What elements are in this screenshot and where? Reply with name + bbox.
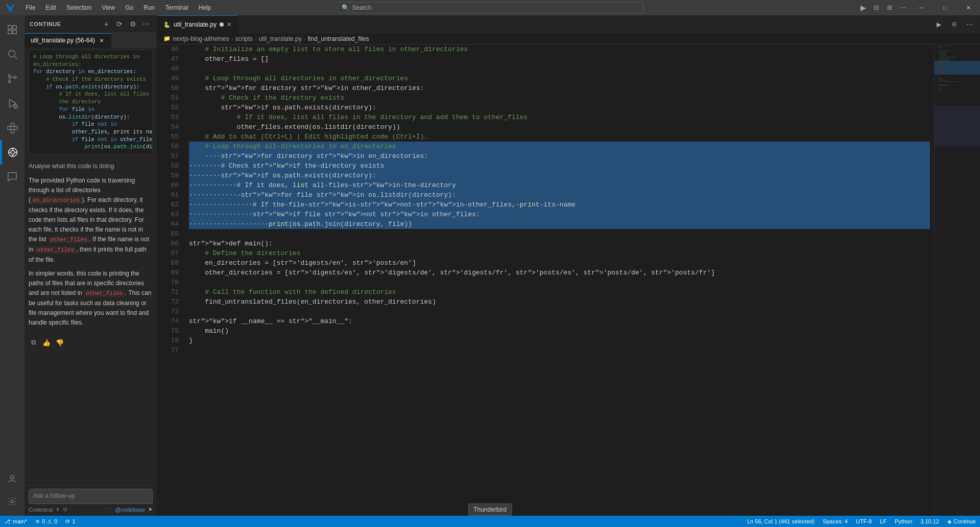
run-button[interactable]: ▶ — [856, 1, 870, 14]
code-line-65[interactable] — [189, 229, 930, 239]
code-line-69[interactable]: other_directories = [str">'digests/es', … — [189, 268, 930, 278]
copy-icon[interactable]: ⧉ — [29, 338, 38, 347]
activity-bar — [0, 15, 25, 516]
code-line-47[interactable]: other_files = [] — [189, 54, 930, 64]
status-language[interactable]: Python — [891, 516, 916, 527]
thumbs-up-icon[interactable]: 👍 — [42, 338, 51, 347]
svg-rect-15 — [14, 126, 17, 129]
code-line-51[interactable]: # Check if the directory exists — [189, 93, 930, 103]
line-number-55: 55 — [157, 132, 179, 142]
send-icon[interactable]: ➤ — [148, 506, 153, 513]
thumbs-down-icon[interactable]: 👎 — [55, 338, 64, 347]
activity-settings[interactable] — [0, 491, 25, 512]
activity-accounts[interactable] — [0, 469, 25, 489]
menu-file[interactable]: File — [20, 0, 40, 15]
chat-input[interactable]: Ask a follow-up — [29, 489, 153, 504]
more-actions-btn[interactable]: ⋯ — [896, 1, 910, 14]
code-line-77[interactable] — [189, 346, 930, 355]
chat-tab-active[interactable]: util_translate.py (56-64) ✕ — [25, 33, 111, 48]
menu-edit[interactable]: Edit — [40, 0, 61, 15]
status-branch[interactable]: ⎇ main* — [0, 516, 31, 527]
customize-layout-btn[interactable]: ⊞ — [883, 1, 896, 14]
more-btn[interactable]: ⋯ — [140, 18, 152, 30]
model-selector[interactable]: Codestral — [29, 507, 53, 513]
activity-chat[interactable] — [0, 165, 25, 189]
status-errors[interactable]: ✕ 0 ⚠ 0 — [31, 516, 61, 527]
line-number-75: 75 — [157, 326, 179, 336]
new-session-btn[interactable]: + — [101, 18, 112, 30]
code-line-55[interactable]: # Add to chat (Ctrl+L) | Edit highlighte… — [189, 132, 930, 142]
menu-terminal[interactable]: Terminal — [160, 0, 193, 15]
more-editor-actions[interactable]: ⋯ — [963, 18, 976, 31]
split-editor-right-btn[interactable]: ⊟ — [947, 18, 961, 31]
encoding-text: UTF-8 — [856, 518, 872, 524]
code-line-52[interactable]: str">"kw">if os.path.exists(directory): — [189, 103, 930, 112]
editor-tab-active[interactable]: 🐍 util_translate.py ✕ — [157, 15, 238, 33]
code-line-64[interactable]: ····················print(os.path.join(d… — [189, 219, 930, 229]
code-line-72[interactable]: find_untranslated_files(en_directories, … — [189, 297, 930, 307]
minimize-btn[interactable]: ─ — [910, 0, 933, 15]
menu-selection[interactable]: Selection — [61, 0, 97, 15]
code-line-59[interactable]: ········str">"kw">if os.path.exists(dire… — [189, 171, 930, 180]
code-line-60[interactable]: ············# If it does, list all-files… — [189, 180, 930, 190]
tab-close-btn[interactable]: ✕ — [227, 21, 232, 28]
warning-icon: ⚠ — [47, 518, 52, 525]
status-encoding[interactable]: UTF-8 — [852, 516, 876, 527]
code-line-57[interactable]: ····str">"kw">for directory str">"kw">in… — [189, 151, 930, 161]
chat-tab-close[interactable]: ✕ — [98, 37, 105, 44]
code-line-71[interactable]: # Call the function with the defined dir… — [189, 287, 930, 297]
code-line-67[interactable]: # Define the directories — [189, 248, 930, 258]
code-line-49[interactable]: # Loop through all directories in other_… — [189, 74, 930, 83]
code-body[interactable]: # Initialize an empty list to store all … — [183, 44, 934, 516]
chat-content[interactable]: Analyse what this code is doing The prov… — [25, 156, 157, 485]
configure-btn[interactable]: ⚙ — [127, 18, 138, 30]
code-line-54[interactable]: other_files.extend(os.listdir(directory)… — [189, 122, 930, 132]
chat-tab-bar: util_translate.py (56-64) ✕ — [25, 33, 157, 48]
activity-source-control[interactable] — [0, 66, 25, 91]
search-bar[interactable]: 🔍 Search — [337, 2, 643, 13]
code-line-63[interactable]: ················str">"kw">if file str">"… — [189, 210, 930, 219]
history-btn[interactable]: ⟳ — [114, 18, 125, 30]
menu-help[interactable]: Help — [194, 0, 217, 15]
code-line-56[interactable]: #·Loop through all-directories in en_dir… — [189, 142, 930, 151]
breadcrumb-root[interactable]: nextjs-blog-aithemes — [173, 35, 229, 42]
activity-run-debug[interactable] — [0, 91, 25, 116]
status-eol[interactable]: LF — [876, 516, 891, 527]
status-position[interactable]: Ln 56, Col 1 (441 selected) — [743, 516, 819, 527]
code-line-62[interactable]: ················# If the-file-str">"kw">… — [189, 200, 930, 210]
code-line-76[interactable]: } — [189, 336, 930, 346]
breadcrumb-file[interactable]: util_translate.py — [259, 35, 302, 42]
code-line-58[interactable]: ········# Check str">"kw">if the-directo… — [189, 161, 930, 171]
breadcrumb-function[interactable]: find_untranslated_files — [307, 35, 369, 42]
code-line-46[interactable]: # Initialize an empty list to store all … — [189, 44, 930, 54]
chat-meta-right: ⌃↑ @codebase ➤ — [105, 506, 153, 513]
activity-search[interactable] — [0, 42, 25, 66]
code-line-66[interactable]: str">"kw">def main(): — [189, 239, 930, 248]
menu-go[interactable]: Go — [120, 0, 138, 15]
menu-run[interactable]: Run — [138, 0, 160, 15]
codebase-btn[interactable]: @codebase — [115, 507, 145, 513]
code-line-75[interactable]: main() — [189, 326, 930, 336]
breadcrumb-scripts[interactable]: scripts — [235, 35, 253, 42]
code-line-61[interactable]: ············-str">"kw">for file str">"kw… — [189, 190, 930, 200]
status-continue[interactable]: ◈ Continue — [943, 516, 980, 527]
code-line-50[interactable]: str">"kw">for directory str">"kw">in oth… — [189, 83, 930, 93]
activity-codebase[interactable] — [0, 140, 25, 165]
activity-explorer[interactable] — [0, 17, 25, 42]
code-line-73[interactable] — [189, 307, 930, 316]
status-spaces[interactable]: Spaces: 4 — [819, 516, 852, 527]
code-line-68[interactable]: en_directories = [str">'digests/en', str… — [189, 258, 930, 268]
activity-extensions[interactable] — [0, 116, 25, 140]
status-version[interactable]: 3.10.12 — [916, 516, 943, 527]
code-line-48[interactable] — [189, 64, 930, 74]
code-line-70[interactable] — [189, 278, 930, 287]
code-line-53[interactable]: # If it does, list all files in the dire… — [189, 112, 930, 122]
line-number-49: 49 — [157, 74, 179, 83]
run-editor-btn[interactable]: ▶ — [932, 18, 945, 31]
maximize-btn[interactable]: □ — [933, 0, 957, 15]
menu-view[interactable]: View — [97, 0, 120, 15]
status-sync[interactable]: ⟳ 1 — [61, 516, 79, 527]
code-line-74[interactable]: str">"kw">if __name__ == str">"__main__"… — [189, 316, 930, 326]
close-btn[interactable]: ✕ — [957, 0, 980, 15]
split-editor-btn[interactable]: ⊟ — [870, 1, 883, 14]
